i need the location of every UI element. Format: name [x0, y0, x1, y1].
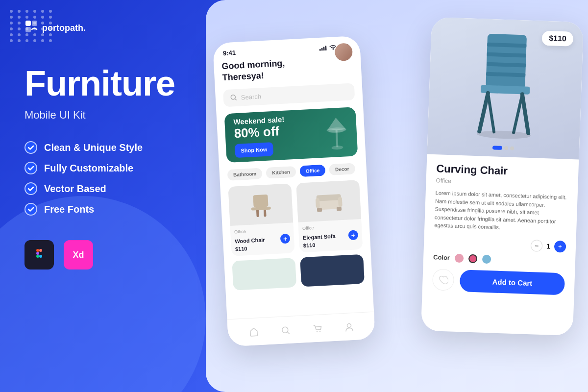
color-rose[interactable]: [468, 254, 478, 263]
check-icon-2: [24, 162, 37, 174]
phone-1: 9:41: [213, 36, 375, 347]
phone1-navbar: [227, 312, 375, 347]
svg-rect-4: [39, 249, 42, 252]
phone2-qty-row: − 1 +: [434, 236, 566, 252]
phone1-time: 9:41: [223, 49, 236, 57]
check-icon-1: [24, 141, 37, 154]
phone-2: $110 Curving Chair Office Lorem ipsum do…: [421, 17, 584, 336]
svg-rect-0: [25, 21, 31, 26]
phone2-image: $110: [427, 17, 584, 160]
sofa-img: [311, 183, 347, 219]
feature-item-4: Free Fonts: [24, 203, 191, 216]
tool-icons: Xd: [24, 240, 191, 270]
cat-decor[interactable]: Decor: [329, 163, 355, 175]
svg-point-30: [316, 331, 318, 332]
svg-rect-5: [36, 252, 39, 255]
svg-point-31: [319, 331, 320, 332]
phone2-actions: Add to Cart: [432, 269, 565, 295]
xd-label: Xd: [73, 250, 84, 260]
p1-cat: Office: [234, 226, 290, 234]
svg-rect-33: [486, 34, 527, 89]
product-card-2[interactable]: Office Elegant Sofa + $110: [296, 180, 363, 253]
product-img-1: [228, 183, 293, 226]
product-partial-1: [232, 258, 296, 291]
chair-img: [243, 187, 279, 223]
chair-detail-img: [459, 28, 551, 148]
feature-label-2: Fully Customizable: [44, 163, 133, 174]
phone2-price-badge: $110: [542, 31, 574, 47]
page-wrapper: portopath. Furniture Mobile UI Kit Clean…: [0, 0, 588, 392]
svg-point-29: [282, 327, 288, 333]
add-to-cart-button[interactable]: Add to Cart: [460, 270, 565, 295]
svg-rect-22: [251, 206, 270, 210]
qty-value: 1: [546, 242, 550, 250]
search-icon: [230, 94, 238, 101]
p1-name: Wood Chair: [235, 237, 265, 244]
figma-icon: [24, 240, 54, 270]
svg-rect-10: [323, 47, 325, 50]
color-blue[interactable]: [482, 254, 491, 264]
logo-text: portopath.: [42, 23, 86, 33]
svg-rect-19: [253, 195, 268, 208]
phone1-banner: Weekend sale! 80% off Shop Now: [224, 107, 358, 163]
svg-rect-1: [32, 21, 37, 26]
cat-bathroom[interactable]: Bathroom: [227, 168, 263, 181]
phone2-content: Curving Chair Office Lorem ipsum dolor s…: [422, 154, 579, 303]
p2-cat: Office: [302, 223, 358, 231]
features-list: Clean & Unique Style Fully Customizable …: [24, 141, 191, 216]
signal-icon: [319, 46, 328, 51]
wishlist-button[interactable]: [432, 269, 455, 291]
cat-office[interactable]: Office: [299, 164, 325, 177]
phone1-content: Good morning,Theresya! Search Weekend sa…: [214, 54, 372, 291]
banner-button[interactable]: Shop Now: [235, 142, 273, 158]
feature-item-3: Vector Based: [24, 182, 191, 195]
product-img-2: [296, 180, 361, 222]
phone1-search[interactable]: Search: [223, 83, 355, 107]
check-icon-4: [24, 203, 37, 216]
nav-search-icon[interactable]: [280, 325, 291, 335]
feature-label-1: Clean & Unique Style: [44, 142, 143, 153]
color-pink[interactable]: [455, 253, 464, 263]
nav-cart-icon[interactable]: [312, 323, 322, 334]
svg-rect-6: [36, 255, 39, 258]
phone2-product-name: Curving Chair: [436, 162, 569, 179]
p1-add[interactable]: +: [280, 233, 291, 244]
phone2-page-dots: [492, 146, 514, 150]
logo-icon: [24, 20, 38, 36]
search-placeholder: Search: [241, 93, 261, 101]
svg-rect-26: [336, 207, 341, 211]
svg-rect-8: [319, 49, 321, 50]
phone2-product-desc: Lorem ipsum dolor sit amet, consectetur …: [434, 189, 568, 234]
svg-rect-11: [325, 46, 327, 50]
logo: portopath.: [24, 20, 191, 36]
phones-container: 9:41: [206, 10, 578, 382]
p2-add[interactable]: +: [348, 230, 358, 240]
nav-home-icon[interactable]: [248, 327, 259, 337]
banner-discount: 80% off: [234, 123, 285, 141]
product-info-2: Office Elegant Sofa + $110: [298, 219, 363, 253]
svg-rect-9: [321, 48, 323, 50]
dot-1: [492, 146, 502, 150]
feature-label-3: Vector Based: [44, 183, 106, 195]
svg-point-7: [39, 255, 42, 258]
lamp-decoration: [322, 115, 349, 150]
cat-kitchen[interactable]: Kitchen: [266, 166, 296, 179]
price-value: $110: [549, 34, 566, 43]
heart-icon: [438, 275, 448, 285]
phone1-products: Office Wood Chair + $110: [228, 180, 363, 256]
product-card-1[interactable]: Office Wood Chair + $110: [228, 183, 294, 256]
phone1-more-products: [232, 254, 365, 291]
phone1-categories: Bathroom Kitchen Office Decor: [227, 163, 359, 181]
nav-profile-icon[interactable]: [344, 322, 354, 332]
qty-increase[interactable]: +: [554, 240, 566, 252]
svg-rect-2: [25, 27, 31, 32]
check-icon-3: [24, 182, 37, 195]
svg-rect-25: [317, 208, 321, 212]
product-info-1: Office Wood Chair + $110: [230, 222, 295, 256]
xd-icon: Xd: [64, 240, 93, 270]
qty-decrease[interactable]: −: [531, 240, 543, 252]
dot-3: [510, 147, 514, 150]
phone2-color-row: Color: [433, 253, 565, 266]
color-label: Color: [433, 253, 450, 261]
svg-point-32: [347, 323, 351, 327]
